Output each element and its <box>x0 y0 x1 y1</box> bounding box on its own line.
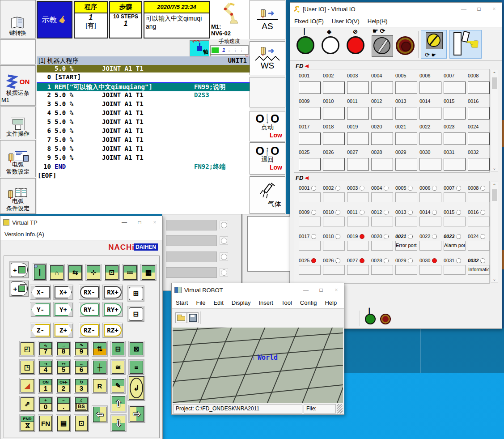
menu-item-help-h-[interactable]: Help(H) <box>364 16 392 26</box>
program-row-1[interactable]: 1REM["可以输入中文qimuqiang"]FN99;说明 <box>37 82 250 91</box>
robot-title-bar[interactable]: Virtual ROBOT — □ × <box>172 283 344 297</box>
key-edit-clip[interactable]: ✎ <box>110 378 126 394</box>
start-button[interactable] <box>322 36 339 54</box>
key-3[interactable]: ↻3 <box>74 378 89 394</box>
key-interpolation[interactable]: ⇗ <box>19 396 35 412</box>
key-enter[interactable]: ↲ <box>127 375 145 401</box>
key-unit-right[interactable]: ◳ <box>19 359 35 375</box>
io-input-button-0006[interactable] <box>419 81 441 94</box>
maximize-button[interactable]: □ <box>313 283 329 297</box>
io-input-button-0016[interactable] <box>468 107 490 119</box>
menu-item-insert[interactable]: Insert <box>254 298 277 308</box>
key-dot[interactable]: −. <box>56 396 71 412</box>
tp-title-bar[interactable]: Virtual TP — □ × <box>0 216 162 229</box>
key-program-shift[interactable]: ⇅ <box>92 341 108 357</box>
io-input-button-0026[interactable] <box>323 158 345 170</box>
key-screen-copy[interactable]: ⊡ <box>74 414 89 432</box>
save-button[interactable] <box>187 312 199 323</box>
program-row-5[interactable]: 55.0 %JOINT A1 T1 <box>37 118 250 127</box>
open-project-button[interactable] <box>175 312 187 323</box>
io-input-button-0012[interactable] <box>371 107 393 119</box>
sidebar-weave-button[interactable]: ON 横摆运条 M1 <box>0 65 36 106</box>
io-input-button-0023[interactable] <box>444 132 466 145</box>
menu-item-start[interactable]: Start <box>172 298 192 308</box>
key-0[interactable]: +0 <box>38 396 53 412</box>
menu-item-help[interactable]: Help <box>321 298 341 308</box>
key-arrow-left[interactable]: ⇦ <box>92 405 108 423</box>
motors-on-button[interactable] <box>296 36 314 54</box>
program-row-9[interactable]: 95.0 %JOINT A1 T1 <box>37 154 250 163</box>
function-lamp[interactable] <box>220 221 228 229</box>
jog-back-button[interactable]: O↑│O 退回 Low <box>250 142 285 175</box>
key-y-minus[interactable]: Y- <box>30 302 51 317</box>
menu-item-fixed-io-f-[interactable]: Fixed IO(F) <box>290 16 328 26</box>
enable-plus-key[interactable]: + <box>9 261 29 278</box>
io-input-button-0010[interactable] <box>323 107 345 119</box>
key-reset[interactable]: R <box>92 378 108 394</box>
key-arrow-right[interactable]: ⇨ <box>128 405 145 423</box>
robot-motors-on-button[interactable] <box>365 314 376 324</box>
key-arrow-up[interactable]: ⇧ <box>110 395 127 413</box>
key-robot-change[interactable]: ⊠ <box>128 341 144 357</box>
key-coordinate[interactable]: ⊹ <box>85 264 102 281</box>
key-bs[interactable]: ⁄:BS <box>74 396 89 412</box>
io-input-button-0018[interactable] <box>323 132 345 145</box>
io-input-button-0020[interactable] <box>371 132 393 145</box>
io-input-button-0011[interactable] <box>347 107 369 119</box>
menu-item-user-io-v-[interactable]: User IO(V) <box>328 16 364 26</box>
emergency-stop-button[interactable] <box>396 36 415 55</box>
minimize-button[interactable]: — <box>456 3 471 15</box>
key-hand-sync[interactable]: ⇆ <box>67 264 83 281</box>
key-rx-plus[interactable]: RX+ <box>102 285 123 300</box>
axis-mode-button[interactable]: ↶↷ 轴 <box>190 40 209 56</box>
io-input-button-0007[interactable] <box>444 81 466 94</box>
key-screen-switch[interactable]: ▦ <box>140 264 157 281</box>
menu-item-config[interactable]: Config <box>296 298 321 308</box>
page-plus-key[interactable]: + <box>9 280 29 297</box>
maximize-button[interactable]: □ <box>471 3 487 15</box>
key-rx-minus[interactable]: RX- <box>79 285 100 300</box>
io-input-button-0032[interactable] <box>468 158 490 170</box>
program-row-4[interactable]: 45.0 %JOINT A1 T1 <box>37 109 250 118</box>
key-posture[interactable]: ⌂ <box>49 264 65 281</box>
io-input-button-0013[interactable] <box>395 107 417 119</box>
io-input-button-0028[interactable] <box>371 158 393 170</box>
key-stop-list[interactable]: ≔ <box>122 264 138 281</box>
maximize-button[interactable]: □ <box>132 216 147 229</box>
close-button[interactable]: × <box>487 3 502 15</box>
program-row-2[interactable]: 25.0 %JOINT A1 T1D2S3 <box>37 91 250 100</box>
resize-grip[interactable] <box>337 404 343 413</box>
key-end[interactable]: END⋈ <box>19 414 35 432</box>
key-io-monitor[interactable]: ≡ <box>128 359 144 375</box>
sidebar-arc-const-button[interactable]: 电弧 常数设定 <box>0 140 36 177</box>
robot-3d-view[interactable]: World ⊥ <box>173 328 343 403</box>
key-fn[interactable]: FN <box>38 414 53 432</box>
io-input-button-0004[interactable] <box>371 81 393 94</box>
io-input-button-0014[interactable] <box>419 107 441 119</box>
program-row-0[interactable]: 0[START] <box>37 73 250 82</box>
key-4[interactable]: ⊸4 <box>38 359 53 375</box>
io-input-button-0008[interactable] <box>468 81 490 94</box>
key-arrow-down[interactable]: ⇩ <box>110 414 127 432</box>
io-input-button-0029[interactable] <box>395 158 417 170</box>
key-speed-hand[interactable]: ⊡ <box>104 264 120 281</box>
key-speed[interactable]: ◢ <box>19 378 35 394</box>
io-input-button-0005[interactable] <box>395 81 417 94</box>
arc-start-button[interactable]: ➜ AS <box>250 0 285 39</box>
function-lamp[interactable] <box>220 236 228 245</box>
key-9[interactable]: ↷9 <box>74 341 89 357</box>
io-input-button-0009[interactable] <box>299 107 321 119</box>
key-ry-plus[interactable]: RY+ <box>102 302 123 317</box>
io-input-scrollbar[interactable]: ⌃⌄ <box>491 70 498 172</box>
io-input-button-0024[interactable] <box>468 132 490 145</box>
minimize-button[interactable]: — <box>117 216 132 229</box>
function-lamp[interactable] <box>220 252 228 261</box>
menu-item-version-info-a-[interactable]: Version info.(A) <box>0 229 48 239</box>
key-7[interactable]: ∿7 <box>38 341 53 357</box>
io-input-button-0031[interactable] <box>444 158 466 170</box>
program-row-8[interactable]: 85.0 %JOINT A1 T1 <box>37 145 250 154</box>
key-2[interactable]: OFF2 <box>56 378 71 394</box>
sidebar-file-op-button[interactable]: 文件操作 <box>0 107 36 139</box>
key-step-set[interactable]: ⊟ <box>110 341 126 357</box>
io-input-button-0002[interactable] <box>323 81 345 94</box>
